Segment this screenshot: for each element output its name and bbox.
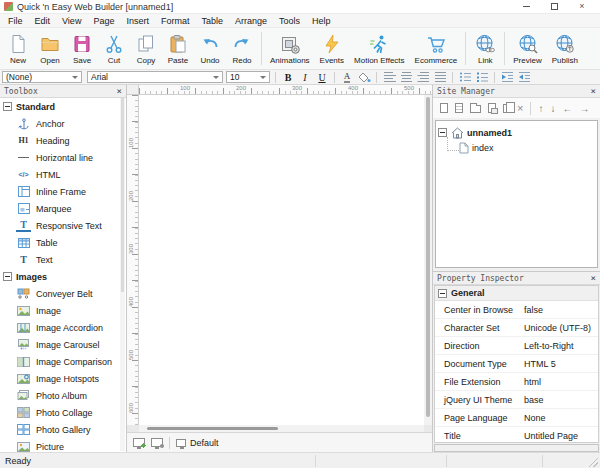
toolbox-item-image[interactable]: Image [0, 302, 126, 319]
collapse-icon[interactable] [438, 289, 447, 298]
bold-button[interactable]: B [281, 71, 295, 84]
site-manager-close-icon[interactable]: × [591, 87, 596, 96]
tree-node-index[interactable]: index [438, 140, 595, 155]
align-center-button[interactable] [399, 71, 413, 84]
tree-node-root[interactable]: unnamed1 [438, 125, 595, 140]
preview-button[interactable]: Preview [508, 28, 546, 69]
toolbox-item-anchor[interactable]: Anchor [0, 115, 126, 132]
underline-button[interactable]: U [315, 71, 329, 84]
align-left-button[interactable] [382, 71, 396, 84]
move-up-button[interactable]: ↑ [538, 103, 543, 114]
menu-edit[interactable]: Edit [29, 16, 57, 26]
design-canvas[interactable] [139, 95, 424, 425]
font-select[interactable]: Arial [87, 71, 223, 83]
paste-button[interactable]: Paste [162, 28, 194, 69]
font-color-button[interactable]: A [340, 71, 354, 84]
toolbox-item-conveyer-belt[interactable]: Conveyer Belt [0, 285, 126, 302]
publish-button[interactable]: Publish [547, 28, 583, 69]
minimize-button[interactable] [512, 0, 540, 13]
toolbox-item-html[interactable]: </> HTML [0, 166, 126, 183]
toolbox-item-picture[interactable]: Picture [0, 438, 126, 452]
toolbox-item-photo-gallery[interactable]: Photo Gallery [0, 421, 126, 438]
resize-grip[interactable] [588, 457, 598, 467]
collapse-icon[interactable] [3, 272, 12, 281]
align-right-button[interactable] [416, 71, 430, 84]
new-page-button[interactable] [440, 103, 448, 113]
toolbox-item-horizontal-line[interactable]: Horizontal line [0, 149, 126, 166]
collapse-icon[interactable] [438, 128, 447, 137]
toolbox-item-image-hotspots[interactable]: Image Hotspots [0, 370, 126, 387]
breakpoint-tab-default[interactable]: Default [176, 438, 219, 448]
toolbox-scrollbar-thumb[interactable] [121, 98, 124, 292]
toolbox-section-standard[interactable]: Standard [0, 98, 126, 115]
cut-button[interactable]: Cut [98, 28, 130, 69]
toolbox-close-icon[interactable]: × [117, 87, 122, 96]
add-breakpoint-icon[interactable] [133, 438, 145, 447]
page-properties-button[interactable] [455, 103, 463, 113]
bullet-list-button[interactable] [458, 71, 472, 84]
toolbox-item-image-accordion[interactable]: Image Accordion [0, 319, 126, 336]
site-manager-separator [530, 102, 531, 115]
toolbox-item-text[interactable]: T Text [0, 251, 126, 268]
clone-page-button[interactable] [488, 103, 496, 113]
menu-view[interactable]: View [56, 16, 87, 26]
toolbox-section-images[interactable]: Images [0, 268, 126, 285]
menu-page[interactable]: Page [87, 16, 120, 26]
horizontal-scrollbar-thumb[interactable] [147, 427, 278, 430]
open-button[interactable]: Open [34, 28, 66, 69]
property-inspector-close-icon[interactable]: × [591, 274, 596, 283]
toolbox-item-table[interactable]: Table [0, 234, 126, 251]
toolbox-item-image-comparison[interactable]: Image Comparison [0, 353, 126, 370]
copy-page-button[interactable] [503, 104, 510, 113]
font-size-select[interactable]: 10 [226, 71, 270, 83]
menu-table[interactable]: Table [195, 16, 229, 26]
toolbox-item-heading[interactable]: H1 Heading [0, 132, 126, 149]
menu-help[interactable]: Help [306, 16, 337, 26]
move-right-button[interactable]: → [579, 103, 589, 114]
animations-button[interactable]: Animations [265, 28, 315, 69]
toolbox-item-marquee[interactable]: Marquee [0, 200, 126, 217]
link-button[interactable]: Link [469, 28, 501, 69]
menu-file[interactable]: File [2, 16, 29, 26]
menu-tools[interactable]: Tools [273, 16, 306, 26]
toolbox-item-image-carousel[interactable]: Image Carousel [0, 336, 126, 353]
italic-button[interactable]: I [298, 71, 312, 84]
canvas-horizontal-scrollbar[interactable] [139, 425, 424, 432]
vertical-scrollbar-thumb[interactable] [426, 97, 430, 417]
highlight-button[interactable] [357, 71, 371, 84]
increase-indent-button[interactable] [500, 71, 514, 84]
collapse-icon[interactable] [3, 102, 12, 111]
manage-breakpoints-icon[interactable] [151, 438, 163, 447]
menu-insert[interactable]: Insert [120, 16, 155, 26]
copy-button[interactable]: Copy [130, 28, 162, 69]
numbered-list-button[interactable] [475, 71, 489, 84]
toolbox-item-photo-album[interactable]: Photo Album [0, 387, 126, 404]
style-select[interactable]: (None) [2, 71, 82, 83]
canvas-area: 100 200 300 400 500 600 100 200 300 400 … [127, 85, 432, 452]
toolbox-scrollbar[interactable] [120, 98, 125, 451]
motion-effects-button[interactable]: Motion Effects [349, 28, 410, 69]
move-left-button[interactable]: ← [562, 103, 572, 114]
toolbox-item-responsive-text[interactable]: T Responsive Text [0, 217, 126, 234]
ecommerce-button[interactable]: Ecommerce [410, 28, 463, 69]
undo-button[interactable]: Undo [194, 28, 226, 69]
new-button[interactable]: New [2, 28, 34, 69]
move-down-button[interactable]: ↓ [550, 103, 555, 114]
image-comparison-icon [16, 355, 31, 368]
delete-page-button[interactable]: × [517, 102, 523, 114]
toolbox-item-photo-collage[interactable]: Photo Collage [0, 404, 126, 421]
property-section-general[interactable]: General [435, 286, 598, 301]
close-button[interactable]: × [568, 0, 596, 13]
property-inspector-scrollbar[interactable] [434, 444, 599, 452]
align-justify-button[interactable] [433, 71, 447, 84]
save-button[interactable]: Save [66, 28, 98, 69]
menu-format[interactable]: Format [155, 16, 196, 26]
decrease-indent-button[interactable] [517, 71, 531, 84]
maximize-button[interactable] [540, 0, 568, 13]
toolbox-item-inline-frame[interactable]: Inline Frame [0, 183, 126, 200]
menu-arrange[interactable]: Arrange [229, 16, 273, 26]
canvas-vertical-scrollbar[interactable] [424, 95, 432, 425]
redo-button[interactable]: Redo [226, 28, 258, 69]
events-button[interactable]: Events [315, 28, 349, 69]
new-folder-button[interactable] [470, 103, 481, 113]
